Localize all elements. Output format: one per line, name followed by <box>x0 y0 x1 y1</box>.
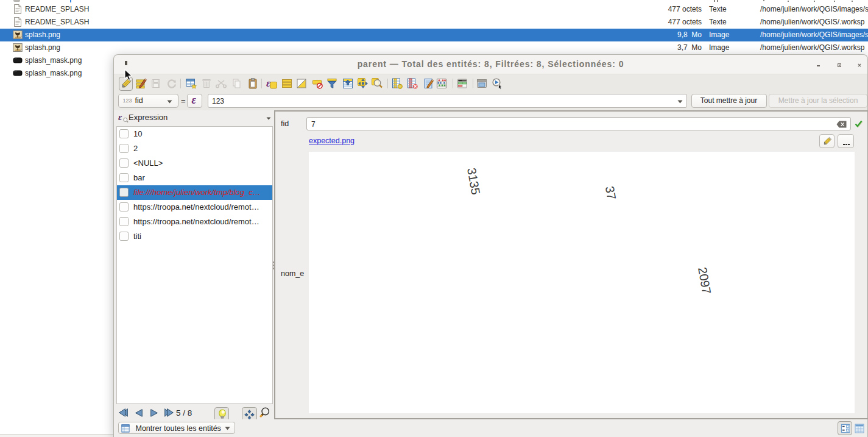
svg-text:ε: ε <box>118 112 122 122</box>
svg-text:ε: ε <box>266 77 270 89</box>
